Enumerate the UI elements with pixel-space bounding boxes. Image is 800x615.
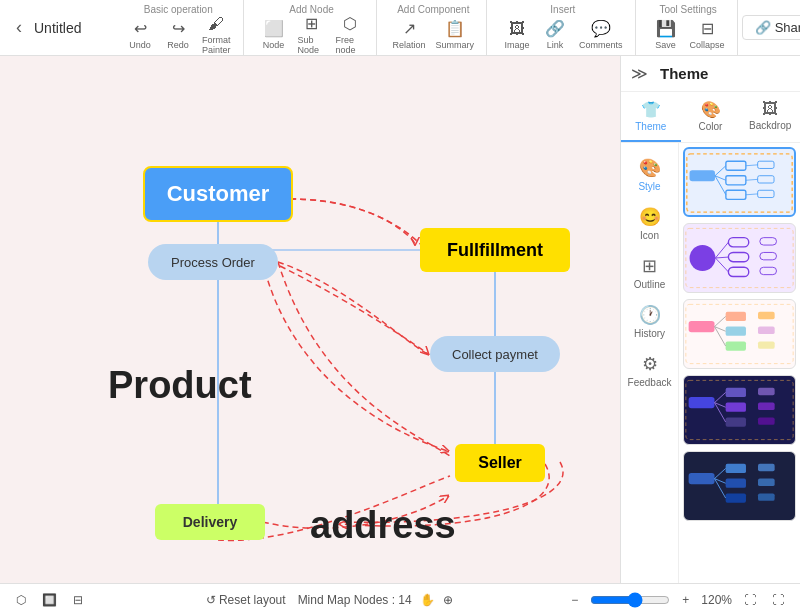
panel-collapse-button[interactable]: ≫	[631, 64, 648, 83]
zoom-out-button[interactable]: −	[567, 591, 582, 609]
process-order-node[interactable]: Process Order	[148, 244, 278, 280]
image-button[interactable]: 🖼 Image	[499, 16, 535, 52]
tab-theme[interactable]: 👕 Theme	[621, 92, 681, 142]
backdrop-tab-icon: 🖼	[762, 100, 778, 118]
svg-rect-20	[728, 267, 748, 276]
sidebar-style[interactable]: 🎨 Style	[621, 151, 678, 198]
free-node-label: Free node	[336, 35, 364, 55]
format-painter-label: Format Painter	[202, 35, 231, 55]
svg-rect-54	[758, 464, 775, 471]
theme-card-3[interactable]	[683, 299, 796, 369]
format-painter-button[interactable]: 🖌 Format Painter	[198, 11, 235, 57]
theme-card-5[interactable]	[683, 451, 796, 521]
statusbar-icon3[interactable]: ⊟	[69, 591, 87, 609]
reset-icon: ↺	[206, 593, 216, 607]
svg-line-57	[715, 468, 726, 478]
zoom-slider[interactable]	[590, 592, 670, 608]
toolbar-right: 🔗 Share 📤 Export	[742, 15, 800, 40]
reset-layout-button[interactable]: ↺ Reset layout	[202, 591, 290, 609]
statusbar-icon1[interactable]: ⬡	[12, 591, 30, 609]
svg-rect-7	[758, 161, 774, 168]
share-icon: 🔗	[755, 20, 771, 35]
svg-line-24	[715, 242, 728, 258]
node-icon: ⬜	[264, 19, 284, 38]
tool-settings-label: Tool Settings	[659, 4, 716, 15]
svg-rect-50	[689, 473, 715, 484]
svg-rect-4	[726, 161, 746, 170]
feedback-icon: ⚙	[642, 353, 658, 375]
tab-backdrop[interactable]: 🖼 Backdrop	[740, 92, 800, 142]
svg-rect-44	[758, 403, 775, 410]
basic-operation-section: Basic operation ↩ Undo ↪ Redo 🖌 Format P…	[114, 0, 244, 56]
redo-icon: ↪	[172, 19, 185, 38]
sub-node-icon: ⊞	[305, 14, 318, 33]
undo-label: Undo	[129, 40, 151, 50]
summary-icon: 📋	[445, 19, 465, 38]
feedback-label: Feedback	[628, 377, 672, 388]
sidebar-icon-tab[interactable]: 😊 Icon	[621, 200, 678, 247]
outline-label: Outline	[634, 279, 666, 290]
relation-button[interactable]: ↗ Relation	[389, 15, 430, 52]
collapse-button[interactable]: ⊟ Collapse	[686, 15, 729, 52]
zoom-level: 120%	[701, 593, 732, 607]
summary-button[interactable]: 📋 Summary	[432, 15, 479, 52]
free-node-button[interactable]: ⬡ Free node	[332, 10, 368, 57]
theme-card-1[interactable]	[683, 147, 796, 217]
sidebar-feedback[interactable]: ⚙ Feedback	[621, 347, 678, 394]
undo-button[interactable]: ↩ Undo	[122, 15, 158, 52]
sidebar-history[interactable]: 🕐 History	[621, 298, 678, 345]
delivery-node[interactable]: Delivery	[155, 504, 265, 540]
svg-line-10	[715, 166, 726, 176]
canvas-area[interactable]: Customer Process Order Fullfillment Coll…	[0, 56, 620, 583]
save-icon: 💾	[656, 19, 676, 38]
relation-icon: ↗	[403, 19, 416, 38]
back-button[interactable]: ‹	[8, 13, 30, 42]
customer-node[interactable]: Customer	[143, 166, 293, 222]
collect-payment-node[interactable]: Collect paymet	[430, 336, 560, 372]
theme-card-2[interactable]	[683, 223, 796, 293]
node-button[interactable]: ⬜ Node	[256, 15, 292, 52]
sub-node-button[interactable]: ⊞ Sub Node	[294, 10, 330, 57]
svg-rect-42	[726, 417, 746, 426]
svg-rect-52	[726, 479, 746, 488]
svg-rect-8	[758, 176, 774, 183]
svg-rect-22	[760, 252, 777, 259]
sidebar-outline[interactable]: ⊞ Outline	[621, 249, 678, 296]
comments-button[interactable]: 💬 Comments	[575, 15, 627, 52]
fit-screen-button[interactable]: ⛶	[740, 591, 760, 609]
svg-rect-18	[728, 238, 748, 247]
svg-rect-29	[726, 312, 746, 321]
tool-settings-section: Tool Settings 💾 Save ⊟ Collapse	[640, 0, 738, 56]
outline-icon: ⊞	[642, 255, 657, 277]
svg-rect-16	[687, 154, 792, 212]
save-button[interactable]: 💾 Save	[648, 15, 684, 52]
svg-rect-34	[758, 341, 775, 348]
theme-card-4[interactable]	[683, 375, 796, 445]
address-text-label: address	[310, 504, 456, 547]
icon-tab-label: Icon	[640, 230, 659, 241]
delivery-text: Delivery	[183, 514, 237, 530]
zoom-in-button[interactable]: +	[678, 591, 693, 609]
fullfillment-text: Fullfillment	[447, 240, 543, 261]
svg-line-14	[746, 179, 758, 180]
theme-tab-label: Theme	[635, 121, 666, 132]
seller-node[interactable]: Seller	[455, 444, 545, 482]
product-text-label: Product	[108, 364, 252, 407]
svg-rect-30	[726, 327, 746, 336]
fullfillment-node[interactable]: Fullfillment	[420, 228, 570, 272]
svg-rect-55	[758, 479, 775, 486]
tab-color[interactable]: 🎨 Color	[681, 92, 741, 142]
share-button[interactable]: 🔗 Share	[742, 15, 800, 40]
app-title: Untitled	[34, 20, 94, 36]
save-label: Save	[655, 40, 676, 50]
svg-line-15	[746, 194, 758, 195]
redo-button[interactable]: ↪ Redo	[160, 15, 196, 52]
statusbar-left: ⬡ 🔲 ⊟	[12, 591, 87, 609]
statusbar-icon2[interactable]: 🔲	[38, 591, 61, 609]
history-icon: 🕐	[639, 304, 661, 326]
free-node-icon: ⬡	[343, 14, 357, 33]
collapse-label: Collapse	[690, 40, 725, 50]
fullscreen-button[interactable]: ⛶	[768, 591, 788, 609]
comments-icon: 💬	[591, 19, 611, 38]
link-button[interactable]: 🔗 Link	[537, 15, 573, 52]
